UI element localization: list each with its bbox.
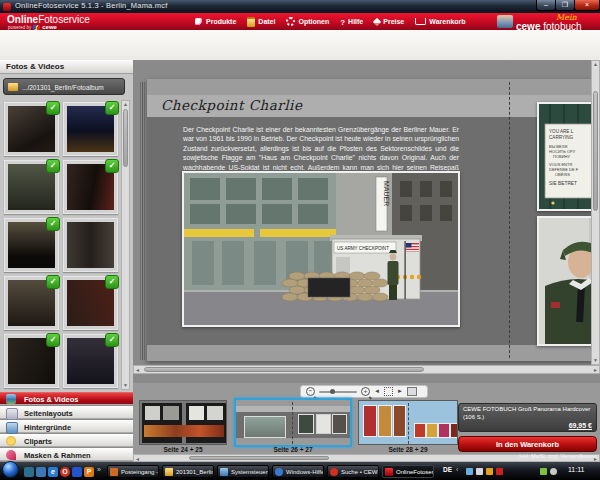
scrollbar-thumb[interactable] — [123, 109, 128, 167]
cliparts-icon — [6, 436, 16, 446]
check-icon[interactable]: ✓ — [105, 275, 119, 289]
quicklaunch-photo-icon[interactable] — [36, 467, 46, 477]
minimize-button[interactable]: – — [536, 0, 556, 11]
tray-volume-icon[interactable] — [550, 468, 557, 475]
category-masken-rahmen[interactable]: Masken & Rahmen — [0, 448, 133, 461]
maximize-button[interactable]: ❐ — [555, 0, 575, 11]
canvas-hscrollbar[interactable]: ◄ ► — [133, 365, 600, 374]
scroll-down-icon[interactable]: ▼ — [592, 357, 599, 364]
tray-icon-1[interactable] — [466, 468, 473, 475]
check-icon[interactable]: ✓ — [105, 101, 119, 115]
photo-thumbnail[interactable]: ✓ — [63, 276, 118, 330]
menu-datei[interactable]: Datei — [247, 17, 275, 27]
scroll-up-icon[interactable]: ▲ — [592, 61, 599, 68]
start-button[interactable] — [2, 461, 19, 478]
spread-thumb-24-25[interactable] — [139, 400, 227, 445]
menu-preise[interactable]: Preise — [374, 18, 404, 25]
close-button[interactable]: × — [574, 0, 600, 11]
tray-icon-3[interactable] — [486, 468, 493, 475]
scrollbar-thumb[interactable] — [144, 367, 424, 372]
menu-hilfe[interactable]: ?Hilfe — [340, 18, 363, 26]
app-header: OnlineFotoservice powered bycewe Produkt… — [0, 13, 600, 30]
taskbar-window-folder[interactable]: 201301_Berlin — [162, 465, 214, 478]
editor-canvas: Checkpoint Charlie Der Checkpoint Charli… — [133, 60, 600, 374]
category-fotos-videos[interactable]: Fotos & Videos — [0, 392, 133, 405]
check-icon[interactable]: ✓ — [46, 101, 60, 115]
photo-thumbnail[interactable]: ✓ — [63, 334, 118, 388]
menu-optionen[interactable]: Optionen — [286, 17, 329, 26]
scroll-up-icon[interactable]: ▲ — [122, 101, 129, 108]
tray-expand-icon[interactable]: ‹ — [456, 466, 458, 473]
photos-scrollbar[interactable]: ▲ ▼ — [121, 100, 130, 390]
menu-produkte[interactable]: Produkte — [195, 18, 236, 26]
quicklaunch-mail-icon[interactable] — [24, 467, 34, 477]
scroll-left-icon[interactable]: ◄ — [135, 366, 140, 374]
window-title: OnlineFotoservice 5.1.3 - Berlin_Mama.mc… — [15, 1, 167, 10]
quicklaunch-ie-icon[interactable]: e — [48, 467, 58, 477]
category-seitenlayouts[interactable]: Seitenlayouts — [0, 406, 133, 419]
spread-label: Seite 28 + 29 — [358, 446, 458, 453]
photo-thumbnail[interactable]: ✓ — [4, 102, 59, 156]
check-icon[interactable]: ✓ — [46, 217, 60, 231]
quicklaunch-office-icon[interactable]: P — [84, 467, 94, 477]
check-icon[interactable]: ✓ — [46, 333, 60, 347]
backgrounds-icon — [6, 422, 18, 434]
menu-warenkorb[interactable]: Warenkorb — [415, 18, 465, 25]
tray-icon-4[interactable] — [496, 468, 503, 475]
check-icon[interactable]: ✓ — [105, 159, 119, 173]
add-to-cart-button[interactable]: In den Warenkorb — [458, 436, 597, 452]
photo-thumbnail[interactable]: ✓ — [63, 102, 118, 156]
quicklaunch-overflow[interactable]: » — [97, 466, 101, 473]
spread-thumb-26-27[interactable] — [234, 398, 352, 447]
zoom-slider[interactable] — [319, 391, 357, 393]
photo-thumbnail[interactable]: ✓ — [4, 334, 59, 388]
photo-checkpoint-booth[interactable]: MAUER US ARMY CHECKPOINT — [182, 171, 460, 327]
check-icon[interactable]: ✓ — [46, 159, 60, 173]
svg-text:ПОВИНУ: ПОВИНУ — [553, 154, 570, 159]
scroll-right-icon[interactable]: ► — [593, 366, 598, 374]
check-icon[interactable]: ✓ — [46, 275, 60, 289]
spread-thumb-28-29[interactable] — [358, 400, 458, 445]
language-indicator[interactable]: DE — [443, 466, 452, 473]
quicklaunch-opera-icon[interactable]: O — [60, 467, 70, 477]
photo-thumbnail[interactable] — [63, 218, 118, 272]
taskbar-window-onlinefotoservice[interactable]: OnlineFotoservi... — [382, 465, 434, 478]
help-icon: ? — [340, 18, 345, 26]
taskbar-clock[interactable]: 11:11 — [568, 466, 584, 473]
photo-thumbnail[interactable]: ✓ — [63, 160, 118, 214]
page-title[interactable]: Checkpoint Charlie — [161, 97, 302, 113]
app-window: OnlineFotoservice 5.1.3 - Berlin_Mama.mc… — [0, 0, 600, 480]
phone-icon — [195, 18, 203, 26]
taskbar-window-hilfe[interactable]: Windows-Hilfe ... — [272, 465, 324, 478]
spread-label: Seite 24 + 25 — [139, 446, 227, 453]
fit-view-icon[interactable] — [384, 387, 393, 396]
photo-thumbnail[interactable]: ✓ — [4, 160, 59, 214]
photo-thumbnail[interactable]: ✓ — [4, 218, 59, 272]
scroll-down-icon[interactable]: ▼ — [122, 382, 129, 389]
photo-thumbnail[interactable]: ✓ — [4, 276, 59, 330]
zoom-out-icon[interactable]: − — [306, 387, 315, 396]
tray-icon-2[interactable] — [476, 468, 483, 475]
scrollbar-thumb[interactable] — [593, 91, 598, 211]
svg-text:YOU ARE L: YOU ARE L — [549, 129, 574, 134]
folder-path-button[interactable]: .../201301_Berlin/Fotoalbum — [3, 78, 125, 95]
canvas-vscrollbar[interactable]: ▲ ▼ — [591, 60, 600, 365]
page-preview-icon[interactable] — [407, 387, 417, 396]
taskbar: e O P » Posteingang - ... 201301_Berlin … — [0, 462, 600, 480]
prev-page-icon[interactable]: ◄ — [374, 386, 380, 397]
zoom-in-icon[interactable]: + — [361, 387, 370, 396]
category-cliparts[interactable]: Cliparts — [0, 434, 133, 447]
taskbar-window-systemsteuerung[interactable]: Systemsteuerun... — [217, 465, 269, 478]
tray-network-icon[interactable] — [540, 468, 547, 475]
check-icon[interactable]: ✓ — [105, 333, 119, 347]
category-hintergruende[interactable]: Hintergründe — [0, 420, 133, 433]
quicklaunch-media-icon[interactable] — [72, 467, 82, 477]
price-tag-icon — [373, 17, 381, 25]
next-page-icon[interactable]: ► — [397, 386, 403, 397]
taskbar-window-suche[interactable]: Suche • CEWE F... — [327, 465, 379, 478]
photos-panel-header: Fotos & Videos — [0, 60, 133, 74]
zoom-slider-knob[interactable] — [330, 389, 335, 394]
scrollbar-thumb[interactable] — [189, 456, 329, 460]
taskbar-window-posteingang[interactable]: Posteingang - ... — [107, 465, 159, 478]
page-title-band[interactable]: Checkpoint Charlie — [147, 95, 600, 117]
